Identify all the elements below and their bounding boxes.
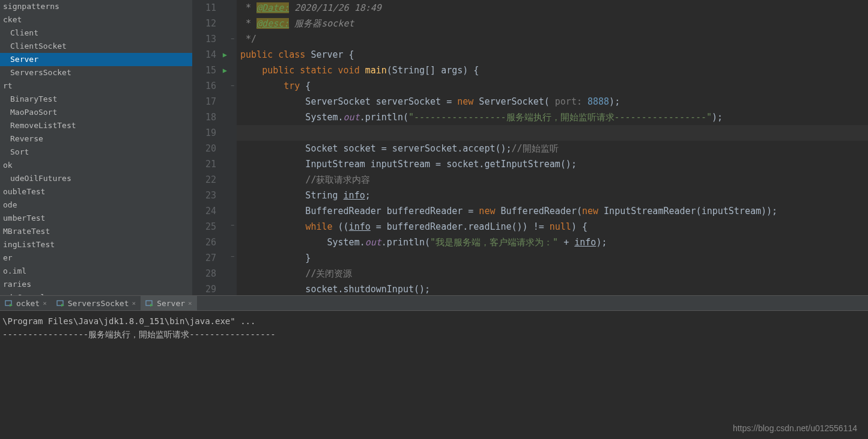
tree-item-umbertest[interactable]: umberTest [0, 212, 192, 225]
fold-marker[interactable] [228, 47, 237, 63]
fold-marker[interactable] [228, 140, 237, 156]
code-line-19[interactable] [237, 125, 868, 141]
console-line-0: \Program Files\Java\jdk1.8.0_151\bin\jav… [0, 315, 868, 328]
code-line-28[interactable]: //关闭资源 [237, 266, 868, 281]
close-icon[interactable]: × [132, 299, 136, 307]
gutter-line-13[interactable]: 13 [192, 31, 228, 47]
close-icon[interactable]: × [188, 299, 192, 307]
editor-gutter[interactable]: 11121314▶15▶1617181920212223242526272829 [192, 0, 228, 295]
fold-marker[interactable] [228, 264, 237, 280]
gutter-line-17[interactable]: 17 [192, 94, 228, 109]
fold-marker[interactable]: − [228, 31, 237, 47]
tree-item-rt[interactable]: rt [0, 79, 192, 93]
tree-item-removelisttest[interactable]: RemoveListTest [0, 119, 192, 132]
fold-marker[interactable] [228, 280, 237, 295]
tree-item-client[interactable]: Client [0, 26, 192, 40]
code-line-15[interactable]: public static void main(String[] args) { [237, 63, 868, 78]
tree-item-server[interactable]: Server [0, 53, 192, 66]
gutter-line-21[interactable]: 21 [192, 156, 228, 172]
fold-marker[interactable] [228, 124, 237, 140]
fold-marker[interactable] [228, 109, 237, 124]
code-editor[interactable]: 11121314▶15▶1617181920212223242526272829… [192, 0, 868, 295]
run-config-icon [5, 299, 13, 307]
fold-marker[interactable] [228, 202, 237, 218]
code-line-25[interactable]: while ((info = bufferedReader.readLine()… [237, 219, 868, 235]
tree-item-udeoilfutures[interactable]: udeOilFutures [0, 172, 192, 185]
code-line-21[interactable]: InputStream inputStream = socket.getInpu… [237, 156, 868, 172]
code-line-20[interactable]: Socket socket = serverSocket.accept();//… [237, 141, 868, 156]
run-icon[interactable]: ▶ [223, 47, 227, 63]
gutter-line-27[interactable]: 27 [192, 250, 228, 266]
tree-item-inglisttest[interactable]: ingListTest [0, 238, 192, 251]
fold-marker[interactable] [228, 0, 237, 16]
run-tabs[interactable]: ocket ×ServersSocket ×Server × [0, 295, 868, 311]
fold-marker[interactable]: − [228, 218, 237, 233]
run-tab-serverssocket[interactable]: ServersSocket × [52, 296, 141, 310]
tree-item-sort[interactable]: Sort [0, 146, 192, 159]
fold-marker[interactable]: − [228, 249, 237, 265]
gutter-line-11[interactable]: 11 [192, 0, 228, 16]
tree-item-clientsocket[interactable]: ClientSocket [0, 40, 192, 53]
gutter-line-12[interactable]: 12 [192, 16, 228, 31]
code-line-24[interactable]: BufferedReader bufferedReader = new Buff… [237, 203, 868, 219]
gutter-line-24[interactable]: 24 [192, 203, 228, 219]
fold-marker[interactable] [228, 171, 237, 186]
code-line-14[interactable]: public class Server { [237, 47, 868, 63]
code-line-13[interactable]: */ [237, 31, 868, 47]
tree-item-oubletest[interactable]: oubleTest [0, 185, 192, 198]
code-line-26[interactable]: System.out.println("我是服务端，客户端请求为：" + inf… [237, 235, 868, 250]
fold-marker[interactable] [228, 186, 237, 202]
fold-marker[interactable] [228, 93, 237, 109]
tree-item-maopaosort[interactable]: MaoPaoSort [0, 106, 192, 119]
gutter-line-22[interactable]: 22 [192, 172, 228, 188]
gutter-line-25[interactable]: 25 [192, 219, 228, 235]
close-icon[interactable]: × [43, 299, 47, 307]
gutter-line-16[interactable]: 16 [192, 78, 228, 94]
code-line-18[interactable]: System.out.println("-----------------服务端… [237, 109, 868, 125]
code-line-12[interactable]: * @desc: 服务器socket [237, 16, 868, 31]
code-line-16[interactable]: try { [237, 78, 868, 94]
tree-item-er[interactable]: er [0, 251, 192, 265]
gutter-line-15[interactable]: 15▶ [192, 63, 228, 78]
tree-item-serverssocket[interactable]: ServersSocket [0, 66, 192, 79]
gutter-line-19[interactable]: 19 [192, 125, 228, 141]
gutter-line-29[interactable]: 29 [192, 281, 228, 297]
project-tree[interactable]: signpatternscketClientClientSocketServer… [0, 0, 192, 295]
watermark: https://blog.csdn.net/u012556114 [733, 423, 857, 433]
tree-item-o.iml[interactable]: o.iml [0, 265, 192, 278]
gutter-line-23[interactable]: 23 [192, 188, 228, 203]
fold-column[interactable]: −−−− [228, 0, 237, 295]
code-content[interactable]: * @Date: 2020/11/26 18:49 * @desc: 服务器so… [237, 0, 868, 295]
fold-marker[interactable] [228, 62, 237, 78]
run-tab-server[interactable]: Server × [141, 296, 197, 310]
tree-item-nd consoles[interactable]: nd Consoles [0, 291, 192, 295]
gutter-line-20[interactable]: 20 [192, 141, 228, 156]
fold-marker[interactable]: − [228, 78, 237, 93]
code-line-23[interactable]: String info; [237, 188, 868, 203]
code-line-11[interactable]: * @Date: 2020/11/26 18:49 [237, 0, 868, 16]
run-tab-label: ocket [16, 299, 40, 308]
run-console[interactable]: \Program Files\Java\jdk1.8.0_151\bin\jav… [0, 311, 868, 439]
tree-item-ode[interactable]: ode [0, 198, 192, 212]
code-line-29[interactable]: socket.shutdownInput(); [237, 281, 868, 295]
gutter-line-26[interactable]: 26 [192, 235, 228, 250]
gutter-line-18[interactable]: 18 [192, 109, 228, 125]
tree-item-raries[interactable]: raries [0, 278, 192, 291]
tree-item-mbratetest[interactable]: MBrateTest [0, 225, 192, 238]
run-tab-label: Server [157, 299, 185, 308]
tree-item-ok[interactable]: ok [0, 159, 192, 172]
tree-item-reverse[interactable]: Reverse [0, 132, 192, 146]
fold-marker[interactable] [228, 16, 237, 31]
code-line-27[interactable]: } [237, 250, 868, 266]
gutter-line-14[interactable]: 14▶ [192, 47, 228, 63]
gutter-line-28[interactable]: 28 [192, 266, 228, 281]
code-line-22[interactable]: //获取请求内容 [237, 172, 868, 188]
code-line-17[interactable]: ServerSocket serverSocket = new ServerSo… [237, 94, 868, 109]
fold-marker[interactable] [228, 233, 237, 249]
run-tab-ocket[interactable]: ocket × [0, 296, 52, 310]
run-icon[interactable]: ▶ [223, 63, 227, 78]
tree-item-cket[interactable]: cket [0, 13, 192, 26]
fold-marker[interactable] [228, 155, 237, 171]
tree-item-signpatterns[interactable]: signpatterns [0, 0, 192, 13]
tree-item-binarytest[interactable]: BinaryTest [0, 93, 192, 106]
